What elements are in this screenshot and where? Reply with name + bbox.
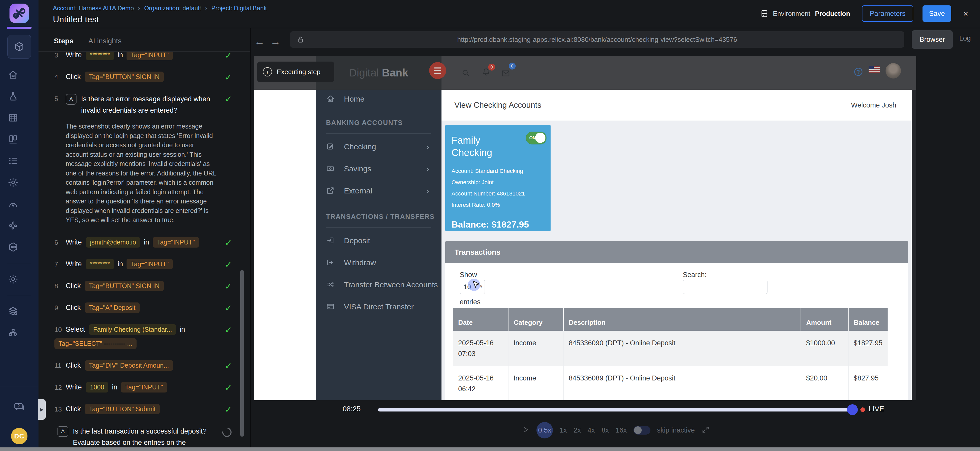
account-detail-line: Account: Standard Checking xyxy=(452,165,544,177)
step-row[interactable]: 13ClickTag="BUTTON" Submit✓ xyxy=(54,398,232,420)
column-header-category[interactable]: Category xyxy=(508,308,563,331)
sidebar-item-transfer-between-accounts[interactable]: Transfer Between Accounts xyxy=(316,274,441,296)
layers-gear-icon[interactable] xyxy=(8,305,19,317)
skip-inactive-toggle[interactable] xyxy=(633,426,651,435)
speed-2x[interactable]: 2x xyxy=(574,426,581,434)
step-row[interactable]: 10SelectFamily Checking (Standar...inTag… xyxy=(54,319,232,354)
column-header-date[interactable]: Date xyxy=(453,308,508,331)
brand-light-text: Digital xyxy=(349,67,379,79)
bank-scrollbar[interactable] xyxy=(912,90,916,400)
home-icon xyxy=(326,94,335,104)
sidebar-item-savings[interactable]: Savings› xyxy=(316,158,441,180)
step-row[interactable]: 3Write********inTag="INPUT"✓ xyxy=(54,52,232,66)
step-row[interactable]: 7Write********inTag="INPUT"✓ xyxy=(54,253,232,275)
step-row[interactable]: 12Write1000inTag="INPUT"✓ xyxy=(54,376,232,398)
account-card[interactable]: ON Family Checking Account: Standard Che… xyxy=(445,125,550,231)
url-text[interactable]: http://prod.dbank.staging-apps.relicx.ai… xyxy=(290,31,904,48)
forward-icon[interactable]: → xyxy=(270,36,280,48)
cube-icon[interactable] xyxy=(8,35,31,59)
breadcrumb-item[interactable]: Organization: default xyxy=(144,5,201,12)
help-icon[interactable]: ? xyxy=(854,68,862,76)
home-icon[interactable] xyxy=(8,69,19,80)
help-chat-icon[interactable]: ? xyxy=(13,401,25,413)
transactions-table[interactable]: DateCategoryDescriptionAmountBalance 202… xyxy=(453,308,888,400)
hamburger-menu-button[interactable] xyxy=(429,62,446,79)
puzzle-icon[interactable] xyxy=(8,220,19,231)
sidebar-item-label: Checking xyxy=(344,142,426,151)
speed-1x[interactable]: 1x xyxy=(560,426,567,434)
arcade-icon[interactable] xyxy=(8,198,19,210)
tab-browser[interactable]: Browser xyxy=(912,30,953,49)
speed-8x[interactable]: 8x xyxy=(601,426,609,434)
step-action: Click xyxy=(66,404,81,413)
bank-navbar: Digital Bank i Executing step 0 0 ? xyxy=(254,56,916,90)
close-icon[interactable]: × xyxy=(963,9,968,19)
parameters-button[interactable]: Parameters xyxy=(862,5,913,22)
playback-thumb[interactable] xyxy=(847,404,858,415)
fullscreen-icon[interactable] xyxy=(702,426,710,435)
list-icon[interactable] xyxy=(8,155,19,167)
tab-log[interactable]: Log xyxy=(959,34,971,42)
user-avatar[interactable]: DC xyxy=(11,428,27,444)
flask-icon[interactable] xyxy=(8,91,19,102)
gear-icon[interactable] xyxy=(8,273,19,285)
play-button-icon[interactable] xyxy=(521,426,530,435)
breadcrumb[interactable]: Account: Harness AITA Demo›Organization:… xyxy=(53,5,267,12)
steps-scrollbar[interactable] xyxy=(240,270,244,437)
account-toggle[interactable]: ON xyxy=(526,132,546,145)
money-icon xyxy=(326,164,335,173)
column-header-description[interactable]: Description xyxy=(563,308,801,331)
kanban-icon[interactable] xyxy=(8,133,19,145)
welcome-text: Welcome Josh xyxy=(851,90,896,121)
back-icon[interactable]: ← xyxy=(255,36,265,48)
column-header-balance[interactable]: Balance xyxy=(848,308,888,331)
sidebar-item-deposit[interactable]: Deposit xyxy=(316,230,441,252)
panel-collapse-handle[interactable]: ▶ xyxy=(38,399,46,420)
sidebar-item-withdraw[interactable]: Withdraw xyxy=(316,252,441,274)
step-connector: in xyxy=(118,259,123,268)
bank-page-title: View Checking Accounts xyxy=(454,90,541,121)
url-bar[interactable]: http://prod.dbank.staging-apps.relicx.ai… xyxy=(290,31,904,48)
assert-question: Is there an error message displayed when… xyxy=(81,94,218,116)
step-row[interactable]: 9ClickTag="A" Deposit✓ xyxy=(54,297,232,319)
speed-16x[interactable]: 16x xyxy=(616,426,627,434)
step-row[interactable]: 6Writejsmith@demo.ioinTag="INPUT"✓ xyxy=(54,232,232,253)
step-row[interactable]: 8ClickTag="BUTTON" SIGN IN✓ xyxy=(54,275,232,297)
breadcrumb-item[interactable]: Account: Harness AITA Demo xyxy=(53,5,134,12)
window-scrollbar[interactable] xyxy=(0,448,980,451)
step-row[interactable]: 4ClickTag="BUTTON" SIGN IN✓ xyxy=(54,66,232,88)
table-row[interactable]: 2025-05-1606:42Income845336089 (DPT) - O… xyxy=(453,366,888,400)
sidebar-item-home[interactable]: Home xyxy=(316,90,441,108)
sidebar-item-checking[interactable]: Checking› xyxy=(316,136,441,158)
search-input[interactable] xyxy=(683,279,767,294)
sidebar-item-external[interactable]: External› xyxy=(316,180,441,202)
table-row[interactable]: 2025-05-1607:03Income845336090 (DPT) - O… xyxy=(453,331,888,366)
us-flag-icon[interactable] xyxy=(869,66,880,73)
network-gear-icon[interactable] xyxy=(8,327,19,338)
step-number: 9 xyxy=(54,302,66,312)
harness-logo-icon[interactable] xyxy=(10,3,29,23)
step-row[interactable]: AIs the last transaction a successful de… xyxy=(54,420,232,447)
bank-brand[interactable]: Digital Bank xyxy=(316,56,441,90)
bank-user-avatar[interactable] xyxy=(886,63,901,78)
hex-infinity-icon[interactable] xyxy=(8,241,19,253)
tab-steps[interactable]: Steps xyxy=(54,37,73,45)
search-icon[interactable] xyxy=(461,68,470,78)
save-button[interactable]: Save xyxy=(923,5,951,22)
speed-4x[interactable]: 4x xyxy=(587,426,595,434)
playback-progress-bar[interactable] xyxy=(378,408,852,411)
breadcrumb-item[interactable]: Project: Digital Bank xyxy=(211,5,267,12)
speed-0.5x[interactable]: 0.5x xyxy=(536,422,553,438)
step-target-chip: Tag="DIV" Deposit Amoun... xyxy=(85,360,173,371)
step-row[interactable]: 11ClickTag="DIV" Deposit Amoun...✓ xyxy=(54,354,232,376)
mail-icon[interactable] xyxy=(501,69,510,79)
tab-ai-insights[interactable]: AI insights xyxy=(88,37,121,45)
step-number: 6 xyxy=(54,237,66,246)
column-header-amount[interactable]: Amount xyxy=(801,308,848,331)
check-icon: ✓ xyxy=(225,361,232,371)
step-row[interactable]: 5AIs there an error message displayed wh… xyxy=(54,88,232,232)
sidebar-item-visa-direct-transfer[interactable]: VISA Direct Transfer xyxy=(316,296,441,318)
gear-icon[interactable] xyxy=(8,177,19,188)
steps-list[interactable]: 3Write********inTag="INPUT"✓4ClickTag="B… xyxy=(54,52,232,447)
grid-icon[interactable] xyxy=(8,112,19,123)
